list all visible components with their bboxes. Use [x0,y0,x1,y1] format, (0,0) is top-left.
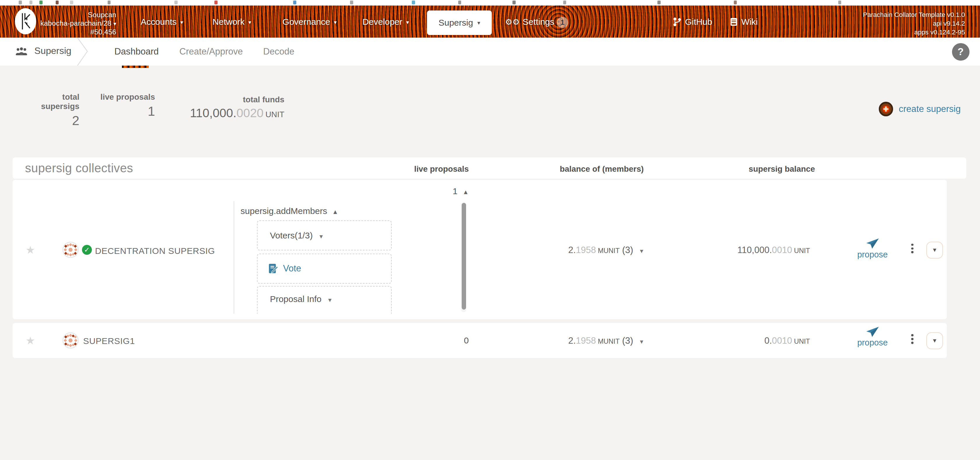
book-icon [730,17,738,26]
gear-icon: ⚙⚙ [505,17,519,27]
nav-governance[interactable]: Governance▾ [283,17,337,27]
proposal-info-dropdown[interactable]: Proposal Info▼ [257,286,392,313]
breadcrumb: Supersig [15,46,71,56]
chevron-down-icon: ▾ [477,19,480,26]
nav-developer[interactable]: Developer▾ [363,17,409,27]
chevron-down-icon: ▾ [180,19,183,25]
app-root: Soupcan kabocha-parachain/28 ▾ #50,456 A… [0,0,980,460]
live-proposal-count-toggle[interactable]: 1▲ [453,186,469,196]
chevron-up-icon: ▲ [463,189,469,196]
propose-button[interactable]: propose [851,238,894,259]
create-supersig-button[interactable]: + create supersig [879,102,961,116]
wiki-link[interactable]: Wiki [730,17,758,27]
people-group-icon [15,46,28,56]
supersig-balance-cell: 0.0010UNIT [764,336,810,346]
block-number: #50,456 [39,28,116,36]
chain-name: kabocha-parachain/28 [40,19,111,27]
tab-dashboard[interactable]: Dashboard [115,46,159,57]
chevron-down-icon[interactable]: ▼ [639,248,644,254]
summary-live-proposals: live proposals 1 [100,92,155,119]
row-menu-button[interactable] [911,334,914,346]
table-header: supersig collectives live proposals bala… [13,157,966,179]
chevron-up-icon: ▲ [332,208,338,216]
supersig-name: SUPERSIG1 [83,336,135,346]
chevron-down-icon: ▾ [406,19,409,25]
favorite-star-icon[interactable]: ★ [25,336,35,346]
chevron-down-icon: ▼ [318,233,324,240]
verified-check-icon: ✓ [82,245,92,255]
top-nav-bar: Soupcan kabocha-parachain/28 ▾ #50,456 A… [0,6,980,37]
section-title: Supersig [34,46,72,56]
section-tab-bar: Supersig Dashboard Create/Approve Decode [0,38,980,66]
summary-total-supersigs: total supersigs 2 [26,92,80,128]
vote-button[interactable]: Vote [269,263,301,274]
panel-scrollbar-thumb[interactable] [462,203,466,309]
browser-bookmarks-sliver [0,0,980,6]
paper-plane-icon [865,326,880,338]
table-row: ★ SUPERSIG1 0 2.1958M [13,323,947,358]
col-balance-of-members: balance of (members) [560,164,644,174]
nav-network[interactable]: Network▾ [213,17,251,27]
git-branch-icon [673,17,681,27]
summary-total-funds: total funds 110,000.0020UNIT [165,95,285,120]
chevron-down-icon[interactable]: ▼ [639,339,644,345]
chevron-down-icon: ▾ [334,19,337,25]
nav-settings[interactable]: ⚙⚙Settings [505,17,554,27]
identicon-avatar[interactable] [62,242,79,258]
table-row: ★ ✓ DECENTRATION SUPERSIG 1▲ [13,180,947,319]
nav-accounts[interactable]: Accounts▾ [141,17,183,27]
help-button[interactable]: ? [952,43,969,60]
table-title: supersig collectives [25,161,133,175]
balance-of-members-cell: 2.1958MUNIT (3)▼ [568,336,644,346]
paper-plane-icon [865,238,880,249]
proposal-call-toggle[interactable]: supersig.addMembers▲ [240,206,338,216]
vote-box: Vote [257,254,392,284]
favorite-star-icon[interactable]: ★ [25,245,35,255]
balance-of-members-cell: 2.1958MUNIT (3)▼ [568,245,644,255]
funds-frac: 0020 [237,106,264,120]
api-version: api v9.14.2 [863,19,965,28]
voters-dropdown[interactable]: Voters(1/3)▼ [257,220,392,251]
chain-logo[interactable] [15,8,36,34]
apps-version: apps v0.124.2-95 [863,28,965,37]
row-expand-button[interactable]: ▼ [926,332,943,349]
kabocha-logo-icon [19,12,32,31]
funds-int: 110,000. [190,106,236,120]
version-info: Parachain Collator Template v0.1.0 api v… [863,11,965,36]
chevron-down-icon: ▾ [248,19,251,25]
template-version: Parachain Collator Template v0.1.0 [863,11,965,19]
tab-decode[interactable]: Decode [263,46,294,57]
identicon-avatar[interactable] [62,332,79,349]
settings-badge: 1 [557,17,568,28]
supersig-balance-cell: 110,000.0010UNIT [737,245,810,255]
chevron-down-icon: ▾ [113,21,116,27]
relay-name: Soupcan [39,11,116,19]
live-proposal-count: 0 [464,336,469,346]
panel-scrollbar-track[interactable] [461,202,466,312]
chevron-down-icon: ▼ [327,297,332,303]
col-supersig-balance: supersig balance [749,164,815,174]
supersig-name: DECENTRATION SUPERSIG [95,246,215,256]
chevron-down-icon: ▼ [932,338,937,344]
nav-supersig-active[interactable]: Supersig▾ [427,11,492,35]
tab-create-approve[interactable]: Create/Approve [180,46,243,57]
plus-icon: + [879,102,893,116]
chain-info[interactable]: Soupcan kabocha-parachain/28 ▾ #50,456 [39,11,116,36]
breadcrumb-separator [76,38,92,66]
vote-ballot-icon [269,263,278,273]
chevron-down-icon: ▼ [932,247,937,253]
github-link[interactable]: GitHub [673,17,712,27]
proposal-panel: supersig.addMembers▲ Voters(1/3)▼ Vote P… [234,201,467,314]
row-menu-button[interactable] [911,244,914,255]
funds-unit: UNIT [266,110,285,119]
active-tab-indicator [122,66,149,68]
row-expand-button[interactable]: ▼ [926,242,943,259]
propose-button[interactable]: propose [851,326,894,348]
col-live-proposals: live proposals [414,164,469,174]
